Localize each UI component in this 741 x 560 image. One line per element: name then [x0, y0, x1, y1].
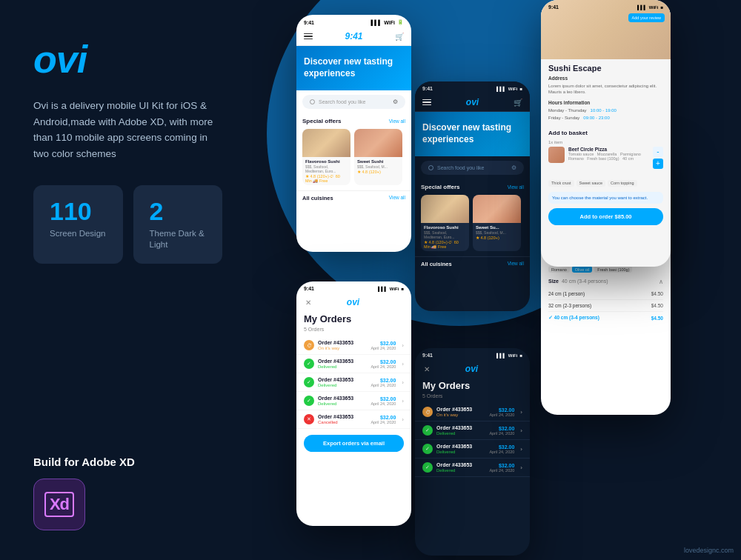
signal-icon-3: ▌▌▌ — [378, 287, 388, 291]
orders-subtitle-3: 5 Orders — [296, 327, 411, 336]
close-button-3[interactable]: ✕ — [304, 298, 313, 307]
order-row-4[interactable]: ✓ Order #433653 Delivered $32.00 April 2… — [296, 392, 411, 410]
chevron-right-4: › — [402, 398, 404, 404]
dark-order-id-2: Order #433653 — [436, 425, 485, 430]
logo-text: ovi — [33, 38, 87, 81]
dark-chevron-4: › — [520, 464, 522, 471]
basket-item-thumb — [548, 147, 565, 163]
food-card-3[interactable]: Flavoroso Sushi $$$, Seafood, Mediterran… — [421, 195, 469, 251]
size-row-1[interactable]: 24 cm (1 person) $4.50 — [548, 288, 663, 300]
food-card-2[interactable]: Sweet Sushi $$$, Seafood, M... ★ 4.8 (12… — [354, 129, 402, 185]
status-icons-3: ▌▌▌ WiFi ■ — [378, 287, 404, 291]
build-section: Build for Adobe XD Xd — [33, 456, 222, 530]
orders-navbar-4: ✕ ovi — [415, 360, 530, 378]
filter-icon-1[interactable]: ⚙ — [393, 99, 398, 105]
dark-order-status-1: On it's way — [436, 413, 485, 417]
filter-icon-2[interactable]: ⚙ — [511, 164, 516, 171]
wifi-icon-2: WiFi — [508, 87, 518, 91]
stat-screens-label: Screen Design — [50, 228, 107, 239]
dark-order-info-2: Order #433653 Delivered — [436, 425, 485, 436]
hero-text-1: Discover new tasting experiences — [304, 56, 404, 79]
battery-icon-2: ■ — [519, 87, 522, 91]
dark-order-info-1: Order #433653 On it's way — [436, 407, 485, 417]
food-card-name-3: Flavoroso Sushi — [424, 225, 466, 230]
hours-weekend: Friday - Sunday 09:00 - 23:00 — [541, 116, 671, 124]
cart-icon-2[interactable]: 🛒 — [514, 99, 522, 107]
dark-order-icon-3: ✓ — [422, 444, 433, 454]
dark-chevron-2: › — [520, 427, 522, 434]
search-bar-1[interactable]: Search food you like ⚙ — [302, 95, 405, 109]
close-button-4[interactable]: ✕ — [422, 364, 431, 373]
all-cuisines-1[interactable]: All cuisines View all — [296, 190, 411, 205]
order-date-1: April 24, 2020 — [370, 346, 396, 350]
food-card-info-4: Sweet Su... $$$, Seafood, M... ★ 4.8 (12… — [473, 223, 521, 242]
add-review-button[interactable]: Add your review — [628, 13, 665, 22]
dark-order-id-3: Order #433653 — [436, 444, 485, 449]
ingredient-romano[interactable]: Romano — [548, 266, 570, 273]
food-card-4[interactable]: Sweet Su... $$$, Seafood, M... ★ 4.8 (12… — [473, 195, 521, 251]
brand-logo: ovi — [33, 37, 222, 81]
add-order-button[interactable]: Add to order $85.00 — [548, 208, 663, 225]
status-bar-4: 9:41 ▌▌▌ WiFi ■ — [415, 348, 530, 360]
food-card-name-4: Sweet Su... — [476, 225, 518, 230]
dark-order-icon-2: ✓ — [422, 425, 433, 436]
dark-order-row-1[interactable]: ⏱ Order #433653 On it's way $32.00 April… — [415, 403, 530, 421]
basket-decrease-button[interactable]: - — [653, 147, 663, 157]
basket-increase-button[interactable]: + — [653, 159, 663, 169]
dark-order-row-2[interactable]: ✓ Order #433653 Delivered $32.00 April 2… — [415, 421, 530, 440]
time-5: 9:41 — [548, 4, 559, 10]
size-price-3: $4.50 — [651, 316, 663, 321]
view-all-1[interactable]: View all — [389, 119, 405, 124]
wifi-icon-3: WiFi — [390, 287, 399, 291]
order-row-3[interactable]: ✓ Order #433653 Delivered $32.00 April 2… — [296, 373, 411, 392]
ingredient-fresh-basi[interactable]: Fresh basi (100g) — [594, 266, 632, 273]
build-label: Build for Adobe XD — [33, 456, 222, 468]
dark-order-date-4: April 24, 2020 — [489, 468, 514, 473]
address-row: Address — [541, 74, 671, 82]
hamburger-icon-2[interactable] — [422, 99, 431, 106]
order-status-1: On it's way — [318, 346, 367, 350]
order-date-5: April 24, 2020 — [370, 420, 396, 424]
hours-label: Hours information — [548, 100, 590, 105]
battery-icon-4: ■ — [519, 353, 522, 358]
search-bar-2[interactable]: Search food you like ⚙ — [421, 161, 524, 175]
food-card-1[interactable]: Flavoroso Sushi $$$, Seafood, Mediterran… — [302, 129, 350, 185]
size-sub: 40 cm (3-4 persons) — [562, 279, 608, 284]
size-row-2[interactable]: 32 cm (2-3 persons) $4.50 — [548, 300, 663, 312]
navbar-1: 9:41 🛒 — [296, 27, 411, 46]
export-button[interactable]: Export orders via email — [304, 435, 404, 452]
time-4: 9:41 — [422, 353, 433, 358]
hamburger-icon-1[interactable] — [304, 33, 313, 40]
status-bar-3: 9:41 ▌▌▌ WiFi ■ — [296, 281, 411, 293]
order-row-5[interactable]: ✕ Order #433653 Cancelled $32.00 April 2… — [296, 410, 411, 429]
order-row-1[interactable]: ⏱ Order #433653 On it's way $32.00 April… — [296, 336, 411, 355]
cart-icon-1[interactable]: 🛒 — [395, 33, 404, 41]
special-offers-label-2: Special offers — [421, 184, 459, 190]
order-right-2: $32.00 April 24, 2020 — [370, 359, 396, 369]
all-cuisines-view-all-1[interactable]: View all — [389, 195, 405, 201]
dark-order-row-3[interactable]: ✓ Order #433653 Delivered $32.00 April 2… — [415, 440, 530, 459]
basket-item-name: Beef Circle Pizza — [568, 147, 649, 152]
time-2: 9:41 — [422, 86, 433, 91]
collapse-icon[interactable]: ∧ — [659, 279, 663, 285]
all-cuisines-view-all-2[interactable]: View all — [508, 261, 524, 267]
chevron-right-5: › — [402, 416, 404, 423]
all-cuisines-label-2: All cuisines — [421, 261, 452, 267]
restaurant-header-wrapper: 9:41 ▌▌▌ WiFi ■ Add your review — [541, 0, 671, 59]
order-info-5: Order #433653 Cancelled — [318, 414, 367, 424]
size-row-3[interactable]: ✓ 40 cm (3-4 persons) $4.50 — [548, 312, 663, 324]
stat-themes-label: Theme Dark & Light — [150, 228, 207, 250]
stats-row: 110 Screen Design 2 Theme Dark & Light — [33, 185, 222, 264]
all-cuisines-2[interactable]: All cuisines View all — [415, 256, 530, 271]
section-header-2: Special offers View all — [415, 179, 530, 193]
stat-themes-number: 2 — [150, 199, 207, 224]
left-panel: ovi Ovi is a delivery mobile UI Kit for … — [0, 0, 252, 560]
signal-icon-4: ▌▌▌ — [496, 353, 506, 358]
dark-order-row-4[interactable]: ✓ Order #433653 Delivered $32.00 April 2… — [415, 459, 530, 477]
xd-logo-text: Xd — [44, 492, 74, 517]
view-all-2[interactable]: View all — [508, 184, 524, 190]
signal-icon-5: ▌▌▌ — [637, 5, 647, 10]
order-row-2[interactable]: ✓ Order #433653 Delivered $32.00 April 2… — [296, 355, 411, 373]
ingredient-olive-oil[interactable]: Olive oil — [572, 266, 593, 273]
search-placeholder-2: Search food you like — [437, 165, 484, 170]
